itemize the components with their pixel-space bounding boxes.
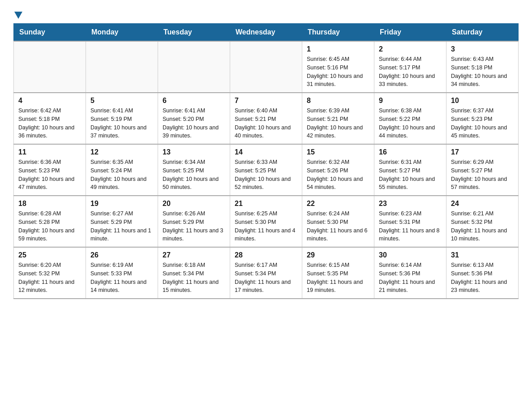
day-number: 29 xyxy=(307,251,369,259)
day-number: 5 xyxy=(90,97,153,105)
day-info: Sunrise: 6:44 AM Sunset: 5:17 PM Dayligh… xyxy=(379,55,442,89)
calendar-cell xyxy=(158,41,230,93)
calendar-header-row: SundayMondayTuesdayWednesdayThursdayFrid… xyxy=(14,24,519,42)
calendar-cell xyxy=(14,41,86,93)
day-number: 15 xyxy=(307,148,369,156)
calendar-cell: 3Sunrise: 6:43 AM Sunset: 5:18 PM Daylig… xyxy=(446,41,519,93)
day-info: Sunrise: 6:13 AM Sunset: 5:36 PM Dayligh… xyxy=(451,261,514,295)
day-info: Sunrise: 6:36 AM Sunset: 5:23 PM Dayligh… xyxy=(18,158,81,192)
day-number: 22 xyxy=(307,200,369,208)
day-info: Sunrise: 6:34 AM Sunset: 5:25 PM Dayligh… xyxy=(163,158,225,192)
calendar-cell: 12Sunrise: 6:35 AM Sunset: 5:24 PM Dayli… xyxy=(86,144,158,196)
calendar-cell: 6Sunrise: 6:41 AM Sunset: 5:20 PM Daylig… xyxy=(158,93,230,144)
day-info: Sunrise: 6:26 AM Sunset: 5:29 PM Dayligh… xyxy=(163,210,225,243)
calendar-header-monday: Monday xyxy=(86,24,158,42)
calendar-header-thursday: Thursday xyxy=(302,24,374,42)
calendar-cell: 1Sunrise: 6:45 AM Sunset: 5:16 PM Daylig… xyxy=(302,41,374,93)
day-info: Sunrise: 6:15 AM Sunset: 5:35 PM Dayligh… xyxy=(307,261,369,295)
calendar-cell: 23Sunrise: 6:23 AM Sunset: 5:31 PM Dayli… xyxy=(374,196,446,247)
day-number: 6 xyxy=(163,97,225,105)
calendar-cell: 30Sunrise: 6:14 AM Sunset: 5:36 PM Dayli… xyxy=(374,247,446,299)
day-number: 1 xyxy=(307,45,369,53)
calendar-header-saturday: Saturday xyxy=(446,24,519,42)
day-number: 18 xyxy=(18,200,81,208)
day-info: Sunrise: 6:43 AM Sunset: 5:18 PM Dayligh… xyxy=(451,55,514,89)
calendar-cell: 8Sunrise: 6:39 AM Sunset: 5:21 PM Daylig… xyxy=(302,93,374,144)
day-info: Sunrise: 6:24 AM Sunset: 5:30 PM Dayligh… xyxy=(307,210,369,243)
calendar-cell: 31Sunrise: 6:13 AM Sunset: 5:36 PM Dayli… xyxy=(446,247,519,299)
day-number: 3 xyxy=(451,45,514,53)
calendar-cell: 16Sunrise: 6:31 AM Sunset: 5:27 PM Dayli… xyxy=(374,144,446,196)
day-number: 11 xyxy=(18,148,81,156)
day-number: 28 xyxy=(235,251,297,259)
calendar-cell xyxy=(230,41,302,93)
day-info: Sunrise: 6:32 AM Sunset: 5:26 PM Dayligh… xyxy=(307,158,369,192)
day-info: Sunrise: 6:33 AM Sunset: 5:25 PM Dayligh… xyxy=(235,158,297,192)
day-number: 23 xyxy=(379,200,442,208)
calendar-cell xyxy=(86,41,158,93)
calendar-cell: 24Sunrise: 6:21 AM Sunset: 5:32 PM Dayli… xyxy=(446,196,519,247)
calendar-cell: 29Sunrise: 6:15 AM Sunset: 5:35 PM Dayli… xyxy=(302,247,374,299)
day-info: Sunrise: 6:39 AM Sunset: 5:21 PM Dayligh… xyxy=(307,107,369,140)
day-info: Sunrise: 6:41 AM Sunset: 5:19 PM Dayligh… xyxy=(90,107,153,140)
day-info: Sunrise: 6:42 AM Sunset: 5:18 PM Dayligh… xyxy=(18,107,81,140)
day-info: Sunrise: 6:28 AM Sunset: 5:28 PM Dayligh… xyxy=(18,210,81,243)
day-number: 24 xyxy=(451,200,514,208)
calendar-week-row: 11Sunrise: 6:36 AM Sunset: 5:23 PM Dayli… xyxy=(14,144,519,196)
day-number: 8 xyxy=(307,97,369,105)
day-number: 26 xyxy=(90,251,153,259)
day-number: 27 xyxy=(163,251,225,259)
calendar-cell: 26Sunrise: 6:19 AM Sunset: 5:33 PM Dayli… xyxy=(86,247,158,299)
calendar-cell: 7Sunrise: 6:40 AM Sunset: 5:21 PM Daylig… xyxy=(230,93,302,144)
logo-triangle-icon xyxy=(14,12,22,19)
day-info: Sunrise: 6:25 AM Sunset: 5:30 PM Dayligh… xyxy=(235,210,297,243)
calendar-header-tuesday: Tuesday xyxy=(158,24,230,42)
calendar-header-sunday: Sunday xyxy=(14,24,86,42)
calendar-cell: 28Sunrise: 6:17 AM Sunset: 5:34 PM Dayli… xyxy=(230,247,302,299)
day-number: 25 xyxy=(18,251,81,259)
calendar-table: SundayMondayTuesdayWednesdayThursdayFrid… xyxy=(13,23,519,299)
calendar-header-wednesday: Wednesday xyxy=(230,24,302,42)
calendar-week-row: 4Sunrise: 6:42 AM Sunset: 5:18 PM Daylig… xyxy=(14,93,519,144)
calendar-cell: 18Sunrise: 6:28 AM Sunset: 5:28 PM Dayli… xyxy=(14,196,86,247)
day-info: Sunrise: 6:29 AM Sunset: 5:27 PM Dayligh… xyxy=(451,158,514,192)
calendar-cell: 20Sunrise: 6:26 AM Sunset: 5:29 PM Dayli… xyxy=(158,196,230,247)
day-info: Sunrise: 6:14 AM Sunset: 5:36 PM Dayligh… xyxy=(379,261,442,295)
page-header xyxy=(13,9,519,19)
calendar-cell: 14Sunrise: 6:33 AM Sunset: 5:25 PM Dayli… xyxy=(230,144,302,196)
day-number: 2 xyxy=(379,45,442,53)
day-number: 14 xyxy=(235,148,297,156)
day-info: Sunrise: 6:37 AM Sunset: 5:23 PM Dayligh… xyxy=(451,107,514,140)
calendar-cell: 5Sunrise: 6:41 AM Sunset: 5:19 PM Daylig… xyxy=(86,93,158,144)
day-number: 4 xyxy=(18,97,81,105)
day-number: 20 xyxy=(163,200,225,208)
day-number: 12 xyxy=(90,148,153,156)
calendar-cell: 2Sunrise: 6:44 AM Sunset: 5:17 PM Daylig… xyxy=(374,41,446,93)
calendar-cell: 21Sunrise: 6:25 AM Sunset: 5:30 PM Dayli… xyxy=(230,196,302,247)
day-number: 13 xyxy=(163,148,225,156)
day-number: 17 xyxy=(451,148,514,156)
day-info: Sunrise: 6:19 AM Sunset: 5:33 PM Dayligh… xyxy=(90,261,153,295)
day-info: Sunrise: 6:18 AM Sunset: 5:34 PM Dayligh… xyxy=(163,261,225,295)
calendar-week-row: 18Sunrise: 6:28 AM Sunset: 5:28 PM Dayli… xyxy=(14,196,519,247)
day-number: 16 xyxy=(379,148,442,156)
calendar-cell: 13Sunrise: 6:34 AM Sunset: 5:25 PM Dayli… xyxy=(158,144,230,196)
day-info: Sunrise: 6:31 AM Sunset: 5:27 PM Dayligh… xyxy=(379,158,442,192)
day-number: 19 xyxy=(90,200,153,208)
calendar-cell: 15Sunrise: 6:32 AM Sunset: 5:26 PM Dayli… xyxy=(302,144,374,196)
calendar-cell: 4Sunrise: 6:42 AM Sunset: 5:18 PM Daylig… xyxy=(14,93,86,144)
calendar-cell: 22Sunrise: 6:24 AM Sunset: 5:30 PM Dayli… xyxy=(302,196,374,247)
day-info: Sunrise: 6:17 AM Sunset: 5:34 PM Dayligh… xyxy=(235,261,297,295)
calendar-cell: 17Sunrise: 6:29 AM Sunset: 5:27 PM Dayli… xyxy=(446,144,519,196)
calendar-week-row: 1Sunrise: 6:45 AM Sunset: 5:16 PM Daylig… xyxy=(14,41,519,93)
day-number: 30 xyxy=(379,251,442,259)
day-info: Sunrise: 6:23 AM Sunset: 5:31 PM Dayligh… xyxy=(379,210,442,243)
calendar-cell: 25Sunrise: 6:20 AM Sunset: 5:32 PM Dayli… xyxy=(14,247,86,299)
calendar-cell: 10Sunrise: 6:37 AM Sunset: 5:23 PM Dayli… xyxy=(446,93,519,144)
day-number: 7 xyxy=(235,97,297,105)
day-info: Sunrise: 6:20 AM Sunset: 5:32 PM Dayligh… xyxy=(18,261,81,295)
logo xyxy=(13,9,22,19)
day-number: 21 xyxy=(235,200,297,208)
day-info: Sunrise: 6:38 AM Sunset: 5:22 PM Dayligh… xyxy=(379,107,442,140)
day-info: Sunrise: 6:21 AM Sunset: 5:32 PM Dayligh… xyxy=(451,210,514,243)
